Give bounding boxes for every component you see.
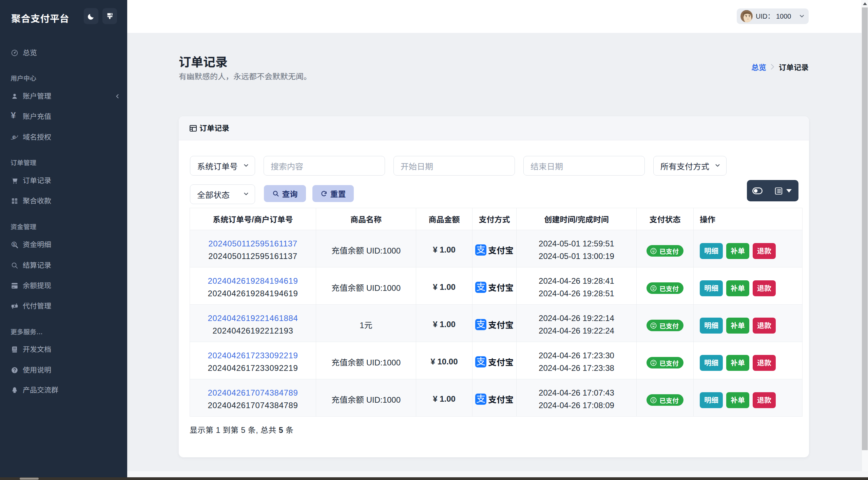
svg-text:$: $ [13,242,15,246]
